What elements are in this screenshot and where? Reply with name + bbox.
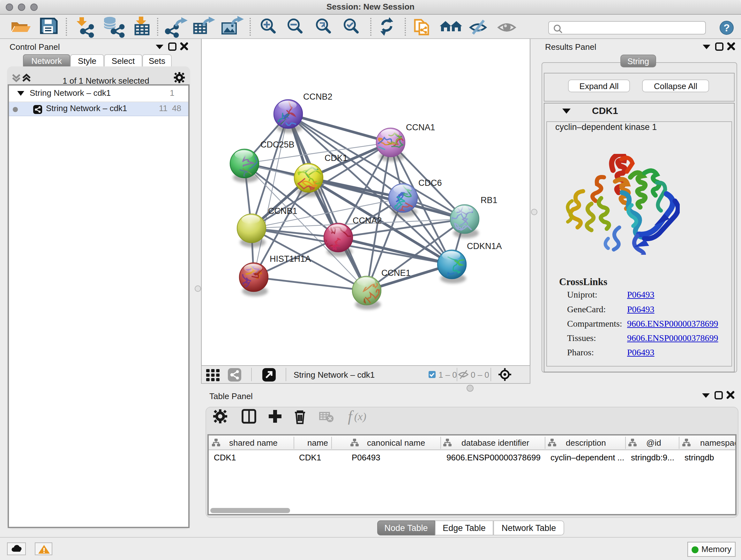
- svg-text:CCNB2: CCNB2: [303, 92, 333, 102]
- svg-text:CDC25B: CDC25B: [260, 140, 294, 149]
- svg-text:0 – 0: 0 – 0: [471, 370, 489, 380]
- svg-text:(x): (x): [354, 411, 366, 423]
- svg-text:f: f: [348, 408, 354, 425]
- svg-text:RB1: RB1: [481, 195, 497, 205]
- svg-text:HIST1H1A: HIST1H1A: [270, 254, 311, 264]
- svg-text:String Network – cdk1: String Network – cdk1: [293, 370, 375, 380]
- svg-text:CDC6: CDC6: [418, 178, 442, 188]
- svg-text:?: ?: [724, 22, 730, 34]
- svg-text:CCNA1: CCNA1: [406, 123, 435, 132]
- svg-text:1 – 0: 1 – 0: [439, 370, 457, 380]
- svg-text:CCNB1: CCNB1: [268, 206, 297, 216]
- svg-text:CDKN1A: CDKN1A: [467, 241, 502, 251]
- svg-text:CCNE1: CCNE1: [381, 268, 411, 278]
- svg-text:CDK1: CDK1: [325, 153, 347, 163]
- svg-text:CCNA2: CCNA2: [353, 216, 382, 226]
